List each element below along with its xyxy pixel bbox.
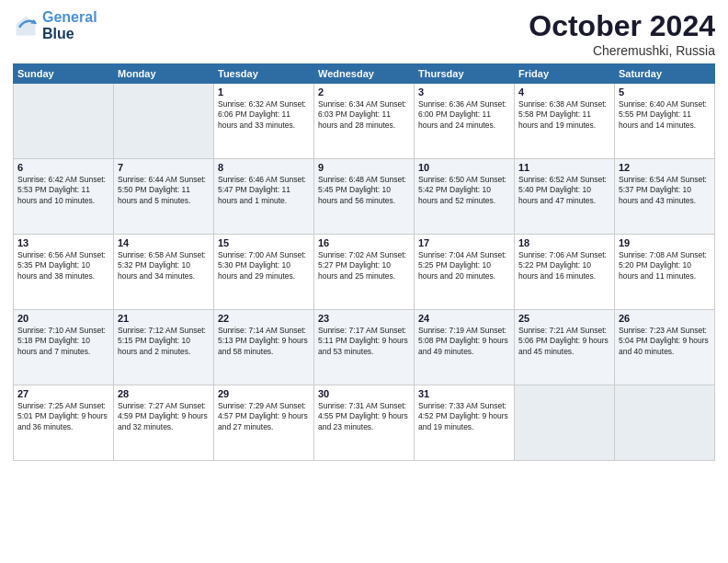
calendar-cell: 15Sunrise: 7:00 AM Sunset: 5:30 PM Dayli… xyxy=(214,235,314,310)
day-info: Sunrise: 6:58 AM Sunset: 5:32 PM Dayligh… xyxy=(118,250,210,282)
day-info: Sunrise: 6:46 AM Sunset: 5:47 PM Dayligh… xyxy=(218,175,310,206)
day-number: 13 xyxy=(17,237,109,248)
calendar-cell: 25Sunrise: 7:21 AM Sunset: 5:06 PM Dayli… xyxy=(515,310,615,385)
col-header-sunday: Sunday xyxy=(14,64,114,84)
calendar-cell xyxy=(14,84,114,159)
day-number: 31 xyxy=(418,388,510,399)
day-number: 16 xyxy=(318,237,410,248)
calendar-cell: 5Sunrise: 6:40 AM Sunset: 5:55 PM Daylig… xyxy=(615,84,715,159)
day-number: 7 xyxy=(118,162,210,173)
logo-text: General Blue xyxy=(42,9,97,41)
day-number: 19 xyxy=(619,237,711,248)
day-info: Sunrise: 6:48 AM Sunset: 5:45 PM Dayligh… xyxy=(318,175,410,206)
day-number: 27 xyxy=(17,388,109,399)
col-header-friday: Friday xyxy=(515,64,615,84)
day-info: Sunrise: 7:02 AM Sunset: 5:27 PM Dayligh… xyxy=(318,250,410,282)
calendar-week-3: 13Sunrise: 6:56 AM Sunset: 5:35 PM Dayli… xyxy=(14,235,715,310)
day-info: Sunrise: 6:52 AM Sunset: 5:40 PM Dayligh… xyxy=(518,175,610,206)
calendar-cell: 3Sunrise: 6:36 AM Sunset: 6:00 PM Daylig… xyxy=(415,84,515,159)
day-number: 1 xyxy=(218,86,310,98)
calendar-cell: 9Sunrise: 6:48 AM Sunset: 5:45 PM Daylig… xyxy=(314,159,415,235)
day-number: 5 xyxy=(619,86,711,98)
day-number: 29 xyxy=(218,388,310,399)
day-number: 15 xyxy=(218,237,310,248)
col-header-monday: Monday xyxy=(114,64,214,84)
calendar-header-row: SundayMondayTuesdayWednesdayThursdayFrid… xyxy=(14,64,715,84)
col-header-tuesday: Tuesday xyxy=(214,64,314,84)
day-number: 12 xyxy=(619,162,711,173)
title-block: October 2024 Cheremushki, Russia xyxy=(529,9,715,58)
day-info: Sunrise: 7:04 AM Sunset: 5:25 PM Dayligh… xyxy=(418,250,510,282)
day-info: Sunrise: 7:31 AM Sunset: 4:55 PM Dayligh… xyxy=(318,401,410,432)
calendar-cell: 27Sunrise: 7:25 AM Sunset: 5:01 PM Dayli… xyxy=(14,385,114,461)
calendar-cell: 11Sunrise: 6:52 AM Sunset: 5:40 PM Dayli… xyxy=(515,159,615,235)
day-number: 18 xyxy=(518,237,610,248)
calendar-week-1: 1Sunrise: 6:32 AM Sunset: 6:06 PM Daylig… xyxy=(14,84,715,159)
day-info: Sunrise: 6:36 AM Sunset: 6:00 PM Dayligh… xyxy=(418,99,510,131)
day-info: Sunrise: 6:32 AM Sunset: 6:06 PM Dayligh… xyxy=(218,99,310,131)
calendar-cell: 2Sunrise: 6:34 AM Sunset: 6:03 PM Daylig… xyxy=(314,84,415,159)
day-info: Sunrise: 7:10 AM Sunset: 5:18 PM Dayligh… xyxy=(17,326,109,357)
day-info: Sunrise: 7:12 AM Sunset: 5:15 PM Dayligh… xyxy=(118,326,210,357)
day-number: 21 xyxy=(118,313,210,324)
col-header-wednesday: Wednesday xyxy=(314,64,415,84)
day-number: 20 xyxy=(17,313,109,324)
location: Cheremushki, Russia xyxy=(529,43,715,58)
day-info: Sunrise: 7:27 AM Sunset: 4:59 PM Dayligh… xyxy=(118,401,210,432)
day-number: 22 xyxy=(218,313,310,324)
day-info: Sunrise: 6:42 AM Sunset: 5:53 PM Dayligh… xyxy=(17,175,109,206)
day-info: Sunrise: 7:25 AM Sunset: 5:01 PM Dayligh… xyxy=(17,401,109,432)
day-info: Sunrise: 6:40 AM Sunset: 5:55 PM Dayligh… xyxy=(619,99,711,131)
day-info: Sunrise: 7:23 AM Sunset: 5:04 PM Dayligh… xyxy=(619,326,711,357)
header: General Blue October 2024 Cheremushki, R… xyxy=(13,9,715,58)
calendar-cell: 4Sunrise: 6:38 AM Sunset: 5:58 PM Daylig… xyxy=(515,84,615,159)
calendar-cell: 30Sunrise: 7:31 AM Sunset: 4:55 PM Dayli… xyxy=(314,385,415,461)
day-info: Sunrise: 7:17 AM Sunset: 5:11 PM Dayligh… xyxy=(318,326,410,357)
calendar-cell: 18Sunrise: 7:06 AM Sunset: 5:22 PM Dayli… xyxy=(515,235,615,310)
day-number: 3 xyxy=(418,86,510,98)
day-number: 17 xyxy=(418,237,510,248)
day-number: 25 xyxy=(518,313,610,324)
day-info: Sunrise: 7:00 AM Sunset: 5:30 PM Dayligh… xyxy=(218,250,310,282)
calendar-week-4: 20Sunrise: 7:10 AM Sunset: 5:18 PM Dayli… xyxy=(14,310,715,385)
calendar-week-5: 27Sunrise: 7:25 AM Sunset: 5:01 PM Dayli… xyxy=(14,385,715,461)
calendar-cell: 28Sunrise: 7:27 AM Sunset: 4:59 PM Dayli… xyxy=(114,385,214,461)
day-number: 23 xyxy=(318,313,410,324)
day-number: 14 xyxy=(118,237,210,248)
calendar-cell: 21Sunrise: 7:12 AM Sunset: 5:15 PM Dayli… xyxy=(114,310,214,385)
calendar-cell: 12Sunrise: 6:54 AM Sunset: 5:37 PM Dayli… xyxy=(615,159,715,235)
day-number: 9 xyxy=(318,162,410,173)
day-info: Sunrise: 7:21 AM Sunset: 5:06 PM Dayligh… xyxy=(518,326,610,357)
calendar: SundayMondayTuesdayWednesdayThursdayFrid… xyxy=(13,63,715,461)
day-info: Sunrise: 7:33 AM Sunset: 4:52 PM Dayligh… xyxy=(418,401,510,432)
day-info: Sunrise: 7:29 AM Sunset: 4:57 PM Dayligh… xyxy=(218,401,310,432)
day-number: 30 xyxy=(318,388,410,399)
day-number: 2 xyxy=(318,86,410,98)
calendar-cell: 14Sunrise: 6:58 AM Sunset: 5:32 PM Dayli… xyxy=(114,235,214,310)
day-number: 26 xyxy=(619,313,711,324)
calendar-cell: 8Sunrise: 6:46 AM Sunset: 5:47 PM Daylig… xyxy=(214,159,314,235)
calendar-cell: 1Sunrise: 6:32 AM Sunset: 6:06 PM Daylig… xyxy=(214,84,314,159)
day-info: Sunrise: 7:08 AM Sunset: 5:20 PM Dayligh… xyxy=(619,250,711,282)
day-info: Sunrise: 6:56 AM Sunset: 5:35 PM Dayligh… xyxy=(17,250,109,282)
calendar-cell: 23Sunrise: 7:17 AM Sunset: 5:11 PM Dayli… xyxy=(314,310,415,385)
calendar-cell xyxy=(114,84,214,159)
calendar-cell: 31Sunrise: 7:33 AM Sunset: 4:52 PM Dayli… xyxy=(415,385,515,461)
day-info: Sunrise: 6:38 AM Sunset: 5:58 PM Dayligh… xyxy=(518,99,610,131)
calendar-cell: 6Sunrise: 6:42 AM Sunset: 5:53 PM Daylig… xyxy=(14,159,114,235)
calendar-cell: 26Sunrise: 7:23 AM Sunset: 5:04 PM Dayli… xyxy=(615,310,715,385)
calendar-cell: 29Sunrise: 7:29 AM Sunset: 4:57 PM Dayli… xyxy=(214,385,314,461)
calendar-cell: 16Sunrise: 7:02 AM Sunset: 5:27 PM Dayli… xyxy=(314,235,415,310)
calendar-cell: 10Sunrise: 6:50 AM Sunset: 5:42 PM Dayli… xyxy=(415,159,515,235)
logo-icon xyxy=(13,13,39,39)
day-number: 10 xyxy=(418,162,510,173)
day-number: 8 xyxy=(218,162,310,173)
day-number: 28 xyxy=(118,388,210,399)
page: General Blue October 2024 Cheremushki, R… xyxy=(0,0,728,563)
day-info: Sunrise: 7:19 AM Sunset: 5:08 PM Dayligh… xyxy=(418,326,510,357)
calendar-cell: 22Sunrise: 7:14 AM Sunset: 5:13 PM Dayli… xyxy=(214,310,314,385)
calendar-cell: 17Sunrise: 7:04 AM Sunset: 5:25 PM Dayli… xyxy=(415,235,515,310)
day-info: Sunrise: 7:06 AM Sunset: 5:22 PM Dayligh… xyxy=(518,250,610,282)
day-info: Sunrise: 7:14 AM Sunset: 5:13 PM Dayligh… xyxy=(218,326,310,357)
month-title: October 2024 xyxy=(529,9,715,43)
